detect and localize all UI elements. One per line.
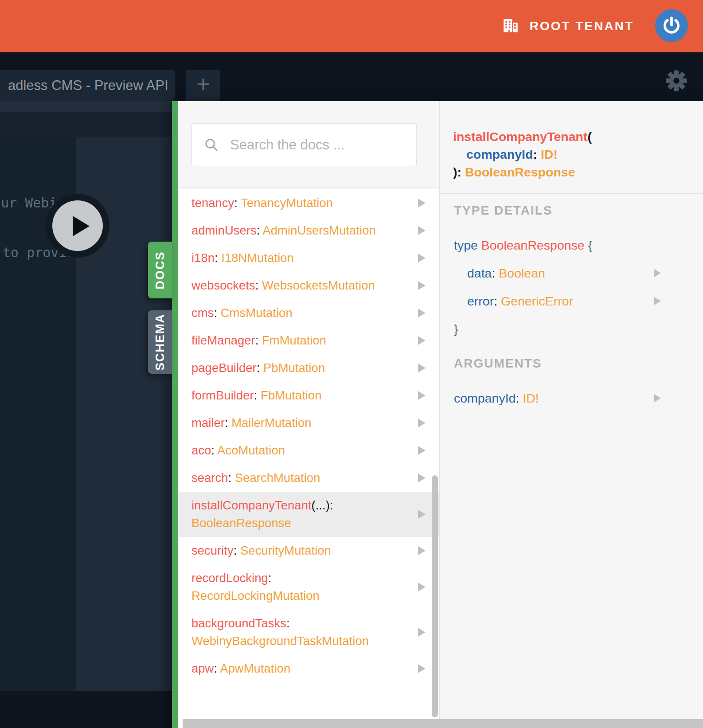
chevron-right-icon (654, 297, 661, 305)
docs-search-box (191, 123, 417, 166)
field-signature: installCompanyTenant( companyId: ID! ): … (440, 101, 703, 194)
field-colon: : (225, 416, 231, 430)
field-row[interactable]: mailer: MailerMutation (178, 409, 439, 437)
new-tab-button[interactable]: + (186, 70, 220, 101)
field-row[interactable]: cms: CmsMutation (178, 299, 439, 327)
field-type: RecordLockingMutation (191, 589, 320, 603)
editor-top-band (0, 101, 172, 112)
field-row[interactable]: apw: ApwMutation (178, 655, 439, 682)
tab-docs[interactable]: DOCS (148, 242, 172, 298)
docs-tab-label: DOCS (153, 251, 167, 289)
chevron-right-icon (418, 391, 426, 400)
chevron-right-icon (418, 474, 426, 482)
tab-headless-cms-preview-api[interactable]: adless CMS - Preview API (0, 70, 175, 101)
docs-search-input[interactable] (230, 137, 407, 153)
field-args: (...) (312, 498, 330, 512)
gear-icon (666, 70, 687, 91)
power-icon (661, 15, 682, 36)
field-type: ApwMutation (220, 661, 290, 675)
field-colon: : (330, 498, 333, 512)
building-icon (501, 16, 520, 36)
field-colon: : (214, 661, 220, 675)
field-name: adminUsers (191, 223, 257, 237)
field-row[interactable]: websockets: WebsocketsMutation (178, 272, 439, 299)
chevron-right-icon (418, 628, 426, 637)
field-row[interactable]: pageBuilder: PbMutation (178, 354, 439, 382)
field-row[interactable]: security: SecurityMutation (178, 537, 439, 564)
field-type: MailerMutation (231, 416, 311, 430)
tenant-switcher[interactable]: ROOT TENANT (501, 0, 634, 52)
field-row[interactable]: fileManager: FmMutation (178, 327, 439, 354)
docs-horizontal-scrollbar[interactable] (183, 719, 703, 728)
field-name: aco (191, 443, 211, 457)
field-type: BooleanResponse (191, 516, 291, 530)
chevron-right-icon (418, 583, 426, 591)
editor-mid-band (0, 112, 172, 137)
field-name: installCompanyTenant (191, 498, 312, 512)
field-type: I18NMutation (221, 251, 294, 265)
play-circle (52, 200, 103, 251)
signature-return-type: BooleanResponse (465, 165, 575, 179)
topbar: ROOT TENANT (0, 0, 703, 52)
field-row[interactable]: search: SearchMutation (178, 464, 439, 492)
field-colon: : (255, 278, 262, 292)
chevron-right-icon (418, 226, 426, 235)
chevron-right-icon (418, 254, 426, 262)
tab-schema[interactable]: SCHEMA (148, 310, 172, 374)
chevron-right-icon (654, 394, 661, 402)
field-row[interactable]: formBuilder: FbMutation (178, 382, 439, 409)
field-name: cms (191, 306, 214, 320)
field-row[interactable]: backgroundTasks: WebinyBackgroundTaskMut… (178, 610, 439, 655)
query-editor[interactable]: ur Webiny to provide (0, 137, 172, 691)
play-icon (73, 216, 90, 236)
field-name: backgroundTasks (191, 616, 286, 630)
chevron-right-icon (418, 336, 426, 345)
docs-panel: DOCS SCHEMA tenancy: TenancyMutation adm… (172, 101, 703, 728)
field-row[interactable]: adminUsers: AdminUsersMutation (178, 217, 439, 244)
field-name: security (191, 544, 234, 557)
field-type: PbMutation (263, 361, 325, 375)
type-field-row-data[interactable]: data: Boolean (440, 264, 703, 282)
field-colon: : (286, 616, 290, 630)
field-row[interactable]: recordLocking: RecordLockingMutation (178, 564, 439, 610)
chevron-right-icon (418, 664, 426, 673)
field-colon: : (234, 544, 240, 557)
signature-arg-type: ID! (541, 147, 558, 161)
field-colon: : (257, 361, 263, 375)
field-type: AcoMutation (217, 443, 285, 457)
schema-tab-label: SCHEMA (153, 313, 167, 371)
field-name: fileManager (191, 333, 255, 347)
field-colon: : (255, 333, 262, 347)
field-name: mailer (191, 416, 225, 430)
field-name: apw (191, 661, 214, 675)
type-close-brace: } (440, 320, 703, 338)
docs-list-column: tenancy: TenancyMutation adminUsers: Adm… (178, 101, 439, 728)
field-row[interactable]: installCompanyTenant(...): BooleanRespon… (178, 492, 439, 537)
field-colon: : (214, 306, 220, 320)
tenant-label: ROOT TENANT (530, 19, 634, 33)
chevron-right-icon (418, 281, 426, 290)
query-editor-region: ur Webiny to provide (0, 101, 172, 728)
settings-button[interactable] (666, 70, 687, 91)
field-detail-column: installCompanyTenant( companyId: ID! ): … (439, 101, 703, 728)
docs-search-header (178, 101, 439, 188)
chevron-right-icon (654, 269, 661, 277)
signature-arg-name: companyId (466, 147, 533, 161)
field-type: WebinyBackgroundTaskMutation (191, 634, 369, 648)
type-field-row-error[interactable]: error: GenericError (440, 292, 703, 310)
field-colon: : (215, 251, 221, 265)
field-colon: : (234, 196, 241, 210)
field-row[interactable]: aco: AcoMutation (178, 437, 439, 464)
argument-row-companyid[interactable]: companyId: ID! (440, 389, 703, 407)
field-row[interactable]: i18n: I18NMutation (178, 244, 439, 272)
arguments-header: ARGUMENTS (440, 356, 703, 371)
field-name: websockets (191, 278, 255, 292)
execute-query-button[interactable] (46, 194, 109, 258)
field-type: FmMutation (262, 333, 326, 347)
field-row[interactable]: tenancy: TenancyMutation (178, 189, 439, 217)
docs-list-scrollbar[interactable] (432, 475, 438, 717)
chevron-right-icon (418, 309, 426, 317)
field-colon: : (254, 388, 261, 402)
search-icon (203, 137, 219, 153)
user-avatar[interactable] (655, 9, 688, 42)
